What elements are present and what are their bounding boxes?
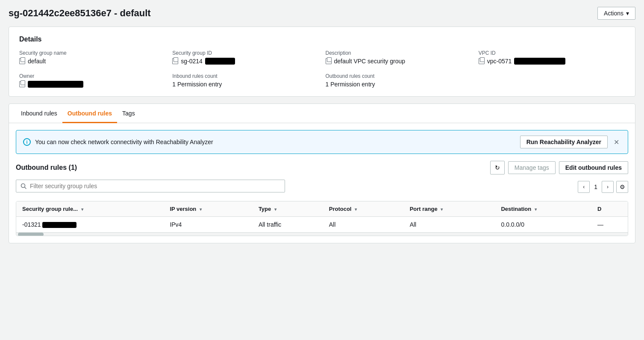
actions-button[interactable]: Actions ▾	[597, 7, 635, 20]
info-banner: i You can now check network connectivity…	[16, 130, 628, 154]
copy-icon-description[interactable]	[326, 58, 332, 64]
table-settings-button[interactable]: ⚙	[616, 181, 628, 193]
table-header-row: Security group rule... ▾ IP version ▾ Ty…	[16, 201, 628, 217]
copy-icon-vpcid[interactable]	[479, 58, 485, 64]
col-header-type: Type ▾	[253, 201, 323, 217]
outbound-count: (1)	[69, 164, 77, 171]
vpcid-redacted	[514, 58, 565, 65]
detail-value-description: default VPC security group	[326, 58, 472, 65]
col-header-description: D	[591, 201, 628, 217]
detail-outbound-count: Outbound rules count 1 Permission entry	[326, 73, 472, 88]
cell-port-range: All	[404, 217, 495, 233]
sort-icon-rule-id: ▾	[81, 207, 83, 212]
refresh-icon: ↻	[495, 164, 500, 171]
outbound-count-value: 1 Permission entry	[326, 81, 375, 88]
col-header-port-range: Port range ▾	[404, 201, 495, 217]
copy-icon-sgname[interactable]	[19, 58, 25, 64]
detail-value-outbound: 1 Permission entry	[326, 81, 472, 88]
sort-icon-ip-version: ▾	[200, 207, 202, 212]
col-header-protocol: Protocol ▾	[323, 201, 404, 217]
info-banner-left: i You can now check network connectivity…	[23, 138, 213, 146]
detail-label-vpcid: VPC ID	[479, 50, 625, 56]
filter-bar	[16, 180, 285, 192]
run-reachability-analyzer-button[interactable]: Run Reachability Analyzer	[520, 136, 608, 148]
search-icon	[21, 183, 26, 189]
cell-rule-id: -01321	[16, 217, 164, 233]
cell-ip-version: IPv4	[164, 217, 253, 233]
detail-label-owner: Owner	[19, 73, 165, 79]
cell-protocol: All	[323, 217, 404, 233]
actions-label: Actions	[604, 10, 623, 17]
details-card: Details Security group name default Secu…	[9, 27, 635, 97]
edit-outbound-rules-button[interactable]: Edit outbound rules	[559, 161, 628, 174]
table-scrollbar[interactable]	[16, 232, 628, 236]
filter-security-group-rules-input[interactable]	[30, 183, 280, 189]
detail-label-outbound: Outbound rules count	[326, 73, 472, 79]
tab-outbound-rules[interactable]: Outbound rules	[62, 104, 117, 123]
detail-owner: Owner	[19, 73, 165, 88]
detail-value-inbound: 1 Permission entry	[172, 81, 318, 88]
outbound-section: Outbound rules (1) ↻ Manage tags Edit ou…	[16, 161, 628, 236]
sort-icon-type: ▾	[274, 207, 276, 212]
prev-page-button[interactable]: ‹	[578, 181, 590, 193]
sgid-prefix: sg-0214	[181, 58, 203, 65]
pagination-controls: ‹ 1 › ⚙	[578, 181, 628, 193]
rule-id-redacted	[42, 222, 76, 228]
cell-type: All traffic	[253, 217, 323, 233]
close-banner-button[interactable]: ✕	[612, 136, 621, 148]
detail-label-sgname: Security group name	[19, 50, 165, 56]
inbound-count-value: 1 Permission entry	[172, 81, 222, 88]
tabs-header: Inbound rules Outbound rules Tags	[9, 104, 635, 123]
detail-security-group-name: Security group name default	[19, 50, 165, 65]
sgname-value: default	[28, 58, 46, 65]
outbound-header: Outbound rules (1) ↻ Manage tags Edit ou…	[16, 161, 628, 174]
details-grid-row1: Security group name default Security gro…	[19, 50, 625, 65]
page-title: sg-021442c2ee85136e7 - default	[9, 8, 151, 19]
owner-redacted	[28, 81, 83, 88]
tab-tags[interactable]: Tags	[117, 104, 140, 123]
copy-icon-owner[interactable]	[19, 81, 25, 87]
outbound-title-text: Outbound rules	[16, 164, 67, 171]
sort-icon-protocol: ▾	[355, 207, 357, 212]
page-container: sg-021442c2ee85136e7 - default Actions ▾…	[0, 0, 644, 340]
detail-value-sgname: default	[19, 58, 165, 65]
description-value: default VPC security group	[334, 58, 406, 65]
refresh-button[interactable]: ↻	[490, 161, 505, 174]
rule-id-prefix: -01321	[22, 221, 41, 228]
outbound-section-title: Outbound rules (1)	[16, 164, 77, 171]
rules-table: Security group rule... ▾ IP version ▾ Ty…	[16, 201, 628, 232]
cell-description: —	[591, 217, 628, 233]
tab-inbound-rules[interactable]: Inbound rules	[16, 104, 62, 123]
info-banner-right: Run Reachability Analyzer ✕	[520, 136, 621, 148]
detail-label-description: Description	[326, 50, 472, 56]
info-banner-text: You can now check network connectivity w…	[35, 139, 213, 145]
tabs-content: i You can now check network connectivity…	[9, 130, 635, 236]
details-section-title: Details	[19, 35, 625, 43]
page-header: sg-021442c2ee85136e7 - default Actions ▾	[9, 7, 635, 20]
info-icon: i	[23, 138, 31, 146]
sort-icon-destination: ▾	[535, 207, 537, 212]
detail-security-group-id: Security group ID sg-0214	[172, 50, 318, 65]
svg-line-1	[25, 187, 26, 189]
page-number: 1	[592, 183, 599, 190]
detail-value-vpcid: vpc-0571	[479, 58, 625, 65]
col-header-ip-version: IP version ▾	[164, 201, 253, 217]
outbound-title-area: Outbound rules (1)	[16, 164, 77, 171]
cell-destination: 0.0.0.0/0	[495, 217, 591, 233]
detail-label-sgid: Security group ID	[172, 50, 318, 56]
vpcid-link[interactable]: vpc-0571	[487, 58, 512, 65]
scrollbar-thumb[interactable]	[18, 233, 44, 236]
detail-label-inbound: Inbound rules count	[172, 73, 318, 79]
chevron-down-icon: ▾	[626, 10, 629, 17]
filter-pagination-row: ‹ 1 › ⚙	[16, 180, 628, 198]
manage-tags-button[interactable]: Manage tags	[508, 161, 556, 174]
sort-icon-port-range: ▾	[441, 207, 443, 212]
gear-icon: ⚙	[620, 183, 625, 190]
outbound-rules-table: Security group rule... ▾ IP version ▾ Ty…	[16, 201, 628, 236]
outbound-actions: ↻ Manage tags Edit outbound rules	[490, 161, 628, 174]
next-page-button[interactable]: ›	[602, 181, 614, 193]
col-header-destination: Destination ▾	[495, 201, 591, 217]
detail-value-sgid: sg-0214	[172, 58, 318, 65]
detail-empty	[479, 73, 625, 88]
copy-icon-sgid[interactable]	[172, 58, 178, 64]
